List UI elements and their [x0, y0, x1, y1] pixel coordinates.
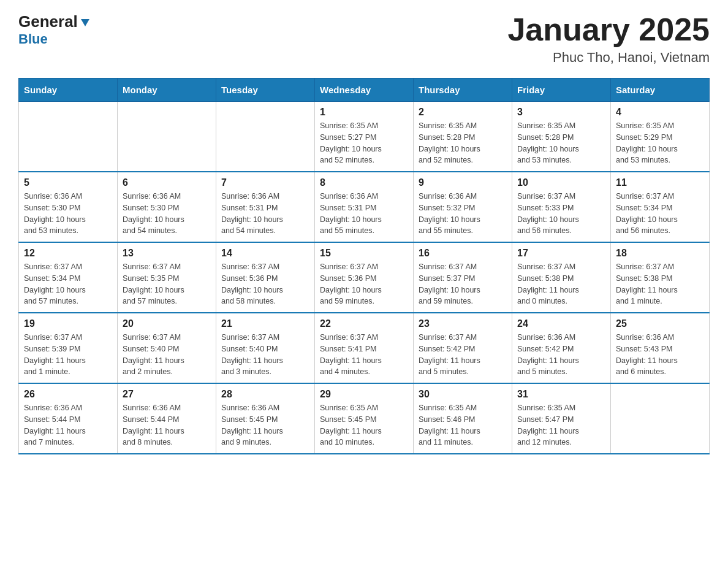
calendar-cell: 30Sunrise: 6:35 AM Sunset: 5:46 PM Dayli…: [414, 383, 512, 454]
day-info: Sunrise: 6:35 AM Sunset: 5:45 PM Dayligh…: [320, 402, 408, 448]
day-info: Sunrise: 6:37 AM Sunset: 5:38 PM Dayligh…: [616, 261, 704, 307]
day-number: 25: [616, 318, 704, 329]
day-info: Sunrise: 6:36 AM Sunset: 5:44 PM Dayligh…: [123, 402, 211, 448]
day-number: 13: [123, 248, 211, 259]
day-number: 26: [24, 389, 112, 400]
day-number: 20: [123, 318, 211, 329]
calendar-cell: 10Sunrise: 6:37 AM Sunset: 5:33 PM Dayli…: [512, 172, 611, 242]
day-info: Sunrise: 6:37 AM Sunset: 5:40 PM Dayligh…: [221, 332, 309, 378]
calendar-cell: 15Sunrise: 6:37 AM Sunset: 5:36 PM Dayli…: [315, 242, 414, 313]
calendar-week-row: 1Sunrise: 6:35 AM Sunset: 5:27 PM Daylig…: [19, 102, 710, 172]
calendar-cell: [611, 383, 710, 454]
calendar-cell: 28Sunrise: 6:36 AM Sunset: 5:45 PM Dayli…: [216, 383, 315, 454]
calendar-cell: 4Sunrise: 6:35 AM Sunset: 5:29 PM Daylig…: [611, 102, 710, 172]
calendar-cell: 16Sunrise: 6:37 AM Sunset: 5:37 PM Dayli…: [414, 242, 512, 313]
day-number: 7: [221, 177, 309, 188]
calendar-cell: 6Sunrise: 6:36 AM Sunset: 5:30 PM Daylig…: [118, 172, 216, 242]
header-monday: Monday: [118, 79, 216, 102]
day-info: Sunrise: 6:37 AM Sunset: 5:38 PM Dayligh…: [517, 261, 605, 307]
day-info: Sunrise: 6:35 AM Sunset: 5:47 PM Dayligh…: [517, 402, 605, 448]
day-info: Sunrise: 6:35 AM Sunset: 5:46 PM Dayligh…: [419, 402, 507, 448]
day-info: Sunrise: 6:36 AM Sunset: 5:30 PM Dayligh…: [123, 191, 211, 237]
day-number: 10: [517, 177, 605, 188]
day-number: 21: [221, 318, 309, 329]
day-info: Sunrise: 6:36 AM Sunset: 5:45 PM Dayligh…: [221, 402, 309, 448]
title-block: January 2025 Phuc Tho, Hanoi, Vietnam: [507, 12, 710, 66]
calendar-cell: 23Sunrise: 6:37 AM Sunset: 5:42 PM Dayli…: [414, 313, 512, 383]
header-wednesday: Wednesday: [315, 79, 414, 102]
calendar-week-row: 5Sunrise: 6:36 AM Sunset: 5:30 PM Daylig…: [19, 172, 710, 242]
day-number: 9: [419, 177, 507, 188]
day-number: 6: [123, 177, 211, 188]
logo-blue-text: Blue: [18, 31, 91, 47]
calendar-header-row: SundayMondayTuesdayWednesdayThursdayFrid…: [19, 79, 710, 102]
day-number: 16: [419, 248, 507, 259]
calendar-cell: 29Sunrise: 6:35 AM Sunset: 5:45 PM Dayli…: [315, 383, 414, 454]
day-number: 2: [419, 107, 507, 118]
calendar-table: SundayMondayTuesdayWednesdayThursdayFrid…: [18, 78, 710, 454]
day-info: Sunrise: 6:36 AM Sunset: 5:32 PM Dayligh…: [419, 191, 507, 237]
calendar-cell: 24Sunrise: 6:36 AM Sunset: 5:42 PM Dayli…: [512, 313, 611, 383]
day-number: 8: [320, 177, 408, 188]
calendar-cell: 11Sunrise: 6:37 AM Sunset: 5:34 PM Dayli…: [611, 172, 710, 242]
day-info: Sunrise: 6:36 AM Sunset: 5:44 PM Dayligh…: [24, 402, 112, 448]
header-saturday: Saturday: [611, 79, 710, 102]
header-thursday: Thursday: [414, 79, 512, 102]
calendar-cell: 1Sunrise: 6:35 AM Sunset: 5:27 PM Daylig…: [315, 102, 414, 172]
calendar-week-row: 26Sunrise: 6:36 AM Sunset: 5:44 PM Dayli…: [19, 383, 710, 454]
calendar-cell: 3Sunrise: 6:35 AM Sunset: 5:28 PM Daylig…: [512, 102, 611, 172]
day-number: 30: [419, 389, 507, 400]
day-info: Sunrise: 6:35 AM Sunset: 5:28 PM Dayligh…: [419, 120, 507, 166]
calendar-cell: 17Sunrise: 6:37 AM Sunset: 5:38 PM Dayli…: [512, 242, 611, 313]
calendar-cell: 7Sunrise: 6:36 AM Sunset: 5:31 PM Daylig…: [216, 172, 315, 242]
page-subtitle: Phuc Tho, Hanoi, Vietnam: [507, 50, 710, 66]
calendar-cell: 9Sunrise: 6:36 AM Sunset: 5:32 PM Daylig…: [414, 172, 512, 242]
day-info: Sunrise: 6:35 AM Sunset: 5:28 PM Dayligh…: [517, 120, 605, 166]
day-info: Sunrise: 6:37 AM Sunset: 5:40 PM Dayligh…: [123, 332, 211, 378]
day-info: Sunrise: 6:37 AM Sunset: 5:37 PM Dayligh…: [419, 261, 507, 307]
calendar-cell: 21Sunrise: 6:37 AM Sunset: 5:40 PM Dayli…: [216, 313, 315, 383]
day-info: Sunrise: 6:36 AM Sunset: 5:30 PM Dayligh…: [24, 191, 112, 237]
logo: General Blue: [18, 12, 91, 47]
calendar-cell: 18Sunrise: 6:37 AM Sunset: 5:38 PM Dayli…: [611, 242, 710, 313]
day-number: 11: [616, 177, 704, 188]
logo-general-text: General: [18, 12, 78, 31]
day-number: 29: [320, 389, 408, 400]
calendar-cell: [216, 102, 315, 172]
day-info: Sunrise: 6:37 AM Sunset: 5:42 PM Dayligh…: [419, 332, 507, 378]
day-number: 5: [24, 177, 112, 188]
calendar-cell: 27Sunrise: 6:36 AM Sunset: 5:44 PM Dayli…: [118, 383, 216, 454]
calendar-cell: 2Sunrise: 6:35 AM Sunset: 5:28 PM Daylig…: [414, 102, 512, 172]
day-info: Sunrise: 6:36 AM Sunset: 5:42 PM Dayligh…: [517, 332, 605, 378]
day-info: Sunrise: 6:36 AM Sunset: 5:31 PM Dayligh…: [221, 191, 309, 237]
logo-line1: General: [18, 12, 91, 31]
day-info: Sunrise: 6:37 AM Sunset: 5:36 PM Dayligh…: [221, 261, 309, 307]
calendar-cell: 26Sunrise: 6:36 AM Sunset: 5:44 PM Dayli…: [19, 383, 118, 454]
day-info: Sunrise: 6:37 AM Sunset: 5:34 PM Dayligh…: [616, 191, 704, 237]
calendar-cell: [118, 102, 216, 172]
calendar-cell: 20Sunrise: 6:37 AM Sunset: 5:40 PM Dayli…: [118, 313, 216, 383]
day-number: 27: [123, 389, 211, 400]
day-info: Sunrise: 6:37 AM Sunset: 5:33 PM Dayligh…: [517, 191, 605, 237]
day-number: 28: [221, 389, 309, 400]
day-number: 14: [221, 248, 309, 259]
day-number: 3: [517, 107, 605, 118]
day-info: Sunrise: 6:37 AM Sunset: 5:35 PM Dayligh…: [123, 261, 211, 307]
calendar-week-row: 12Sunrise: 6:37 AM Sunset: 5:34 PM Dayli…: [19, 242, 710, 313]
day-number: 19: [24, 318, 112, 329]
day-number: 17: [517, 248, 605, 259]
day-number: 1: [320, 107, 408, 118]
calendar-cell: [19, 102, 118, 172]
day-info: Sunrise: 6:37 AM Sunset: 5:41 PM Dayligh…: [320, 332, 408, 378]
day-number: 31: [517, 389, 605, 400]
day-number: 22: [320, 318, 408, 329]
day-number: 24: [517, 318, 605, 329]
calendar-cell: 31Sunrise: 6:35 AM Sunset: 5:47 PM Dayli…: [512, 383, 611, 454]
day-info: Sunrise: 6:37 AM Sunset: 5:34 PM Dayligh…: [24, 261, 112, 307]
day-info: Sunrise: 6:36 AM Sunset: 5:43 PM Dayligh…: [616, 332, 704, 378]
calendar-cell: 5Sunrise: 6:36 AM Sunset: 5:30 PM Daylig…: [19, 172, 118, 242]
calendar-cell: 22Sunrise: 6:37 AM Sunset: 5:41 PM Dayli…: [315, 313, 414, 383]
day-number: 15: [320, 248, 408, 259]
calendar-cell: 14Sunrise: 6:37 AM Sunset: 5:36 PM Dayli…: [216, 242, 315, 313]
day-info: Sunrise: 6:35 AM Sunset: 5:27 PM Dayligh…: [320, 120, 408, 166]
